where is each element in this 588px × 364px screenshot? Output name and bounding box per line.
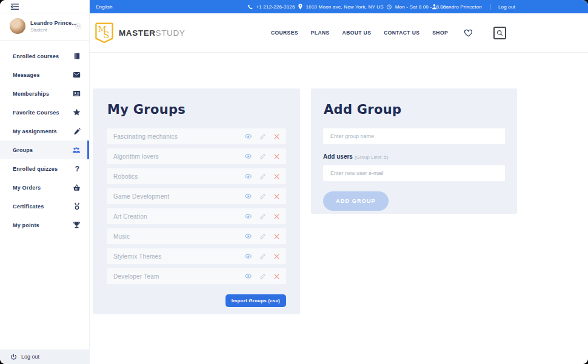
star-icon: [73, 108, 81, 116]
group-name-input[interactable]: [323, 128, 505, 144]
edit-group-icon[interactable]: [259, 133, 266, 140]
group-row: Game Development: [107, 188, 286, 204]
logo-shield-icon: M S: [95, 22, 113, 44]
clock-icon: [387, 4, 392, 10]
main-content: My Groups Fascinating mechanics Algorith…: [90, 53, 588, 364]
trophy-icon: [73, 221, 81, 229]
group-name: Art Creation: [113, 213, 245, 220]
group-name: Algorithm lovers: [113, 153, 245, 160]
nav-contact-us[interactable]: CONTACT US: [384, 30, 419, 36]
basket-icon: [73, 184, 81, 191]
group-row: Algorithm lovers: [107, 148, 286, 164]
profile-card: Leandro Prince... Student: [0, 13, 89, 41]
my-groups-title: My Groups: [107, 102, 286, 117]
search-icon: [496, 30, 503, 36]
edit-group-icon[interactable]: [259, 173, 266, 180]
group-limit-note: (Group Limit: 5): [355, 154, 389, 160]
delete-group-icon[interactable]: [274, 234, 279, 239]
sidebar-item-enrolled-quizzes[interactable]: Enrolled quizzes ?: [0, 159, 89, 178]
sidebar-item-my-points[interactable]: My points: [0, 216, 89, 234]
sidebar-item-memberships[interactable]: Memberships: [0, 84, 89, 103]
sidebar-item-groups[interactable]: Groups: [0, 141, 89, 159]
sidebar: Leandro Prince... Student Enrolled cours…: [0, 0, 90, 364]
my-groups-panel: My Groups Fascinating mechanics Algorith…: [93, 88, 300, 314]
view-group-icon[interactable]: [245, 174, 252, 179]
nav-plans[interactable]: PLANS: [311, 30, 330, 36]
nav-courses[interactable]: COURSES: [271, 30, 298, 36]
delete-group-icon[interactable]: [274, 194, 279, 199]
view-group-icon[interactable]: [245, 274, 252, 279]
topbar: English +1 212-226-3126 1010 Moon ave, N…: [90, 0, 588, 13]
add-group-title: Add Group: [324, 102, 505, 117]
language-selector[interactable]: English: [96, 0, 113, 13]
topbar-divider: [490, 4, 490, 10]
view-group-icon[interactable]: [245, 154, 252, 159]
delete-group-icon[interactable]: [274, 274, 279, 279]
profile-name: Leandro Prince...: [30, 20, 73, 26]
edit-group-icon[interactable]: [259, 213, 266, 220]
nav-about-us[interactable]: ABOUT US: [342, 30, 372, 36]
avatar: [10, 18, 25, 34]
user-email-input[interactable]: [323, 165, 505, 181]
edit-group-icon[interactable]: [259, 233, 266, 240]
group-name: Developer Team: [113, 273, 245, 280]
profile-role: Student: [30, 27, 73, 33]
sidebar-item-messages[interactable]: Messages: [0, 65, 89, 84]
delete-group-icon[interactable]: [274, 174, 279, 179]
medal-icon: [73, 202, 81, 210]
topbar-phone: +1 212-226-3126: [247, 4, 295, 10]
group-name: Stylemix Themes: [113, 253, 245, 260]
group-name: Game Development: [113, 193, 245, 200]
sidebar-item-enrolled-courses[interactable]: Enrolled courses: [0, 47, 89, 65]
wishlist-heart-icon[interactable]: [464, 28, 473, 37]
group-name: Music: [113, 233, 245, 240]
group-row: Developer Team: [107, 268, 286, 284]
nav-shop[interactable]: SHOP: [432, 30, 448, 36]
topbar-logout[interactable]: Log out: [498, 4, 515, 10]
add-group-panel: Add Group Add users(Group Limit: 5) ADD …: [311, 88, 517, 214]
sidebar-item-my-assignments[interactable]: My assignments: [0, 122, 89, 141]
sidebar-item-my-orders[interactable]: My Orders: [0, 178, 89, 197]
delete-group-icon[interactable]: [274, 214, 279, 219]
import-groups-button[interactable]: Import Groups (csv): [226, 294, 286, 307]
app-window: Leandro Prince... Student Enrolled cours…: [0, 0, 588, 364]
power-icon: [10, 354, 17, 360]
logout-label: Log out: [21, 354, 39, 360]
view-group-icon[interactable]: [245, 194, 252, 199]
masterstudy-logo[interactable]: M S MASTERSTUDY: [95, 22, 185, 44]
sidebar-item-certificates[interactable]: Certificates: [0, 197, 89, 216]
location-pin-icon: [298, 4, 303, 10]
group-name: Fascinating mechanics: [113, 133, 245, 140]
delete-group-icon[interactable]: [274, 154, 279, 159]
users-icon: [72, 147, 81, 153]
main-nav: COURSES PLANS ABOUT US CONTACT US SHOP: [271, 27, 506, 39]
sidebar-collapse-icon[interactable]: [10, 3, 19, 10]
person-icon: [432, 4, 437, 10]
question-icon: ?: [74, 165, 81, 173]
group-row: Art Creation: [107, 208, 286, 224]
search-button[interactable]: [493, 27, 506, 39]
gear-icon[interactable]: [75, 22, 82, 30]
view-group-icon[interactable]: [245, 254, 252, 259]
logo-wordmark: MASTERSTUDY: [119, 28, 185, 38]
envelope-icon: [73, 71, 81, 78]
view-group-icon[interactable]: [245, 234, 252, 239]
group-name: Robotics: [113, 173, 245, 180]
view-group-icon[interactable]: [245, 214, 252, 219]
group-row: Music: [107, 228, 286, 244]
delete-group-icon[interactable]: [274, 254, 279, 259]
delete-group-icon[interactable]: [274, 134, 279, 139]
edit-group-icon[interactable]: [259, 253, 266, 260]
view-group-icon[interactable]: [245, 134, 252, 139]
pen-icon: [73, 128, 81, 135]
sidebar-item-favorite-courses[interactable]: Favorite Courses: [0, 103, 89, 122]
sidebar-logout[interactable]: Log out: [0, 349, 90, 364]
topbar-user[interactable]: Leandro Princeton: [440, 4, 482, 10]
add-users-label: Add users(Group Limit: 5): [323, 153, 505, 160]
edit-group-icon[interactable]: [259, 273, 266, 280]
add-group-button[interactable]: ADD GROUP: [323, 191, 389, 211]
edit-group-icon[interactable]: [259, 193, 266, 200]
svg-text:?: ?: [75, 165, 79, 173]
edit-group-icon[interactable]: [259, 153, 266, 160]
id-card-icon: [73, 90, 81, 97]
